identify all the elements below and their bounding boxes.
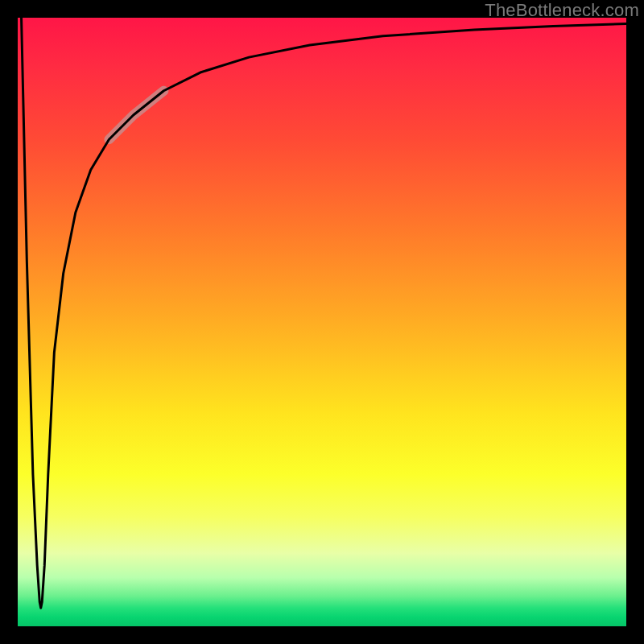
plot-area: [18, 18, 626, 626]
attribution-text: TheBottleneck.com: [485, 0, 639, 21]
curve-main: [22, 18, 626, 608]
curve-layer: [18, 18, 626, 626]
curve-highlight: [109, 91, 163, 139]
chart-frame: TheBottleneck.com: [0, 0, 644, 644]
